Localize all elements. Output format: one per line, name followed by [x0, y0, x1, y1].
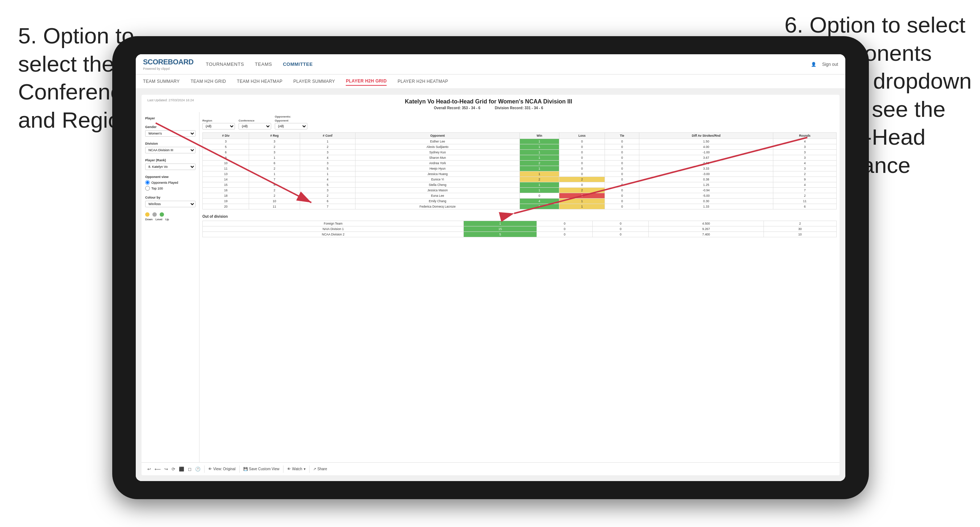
- left-panel: Player Gender Women's Division NCAA Divi…: [142, 112, 199, 462]
- main-content: Last Updated: 27/03/2024 16:24 Katelyn V…: [136, 89, 845, 481]
- sub-nav-team-h2h-heatmap[interactable]: TEAM H2H HEATMAP: [237, 78, 282, 85]
- filter-opponent-label: Opponent: [275, 119, 307, 122]
- out-of-division-row: Foreign Team 1 0 0 4.500 2: [203, 221, 837, 226]
- player-rank-select[interactable]: 8. Katelyn Vo: [145, 163, 196, 170]
- sub-nav-team-summary[interactable]: TEAM SUMMARY: [143, 78, 180, 85]
- region-select[interactable]: (All): [202, 123, 235, 130]
- th-diff: Diff Av Strokes/Rnd: [640, 133, 773, 139]
- out-of-division-table: Foreign Team 1 0 0 4.500 2 NAIA Division…: [202, 221, 837, 237]
- sub-nav-player-summary[interactable]: PLAYER SUMMARY: [293, 78, 335, 85]
- filter-region: Region (All): [202, 119, 235, 130]
- conference-select[interactable]: (All): [239, 123, 271, 130]
- share-button[interactable]: ↗ Share: [313, 467, 327, 471]
- th-conf: # Conf: [300, 133, 355, 139]
- save-icon: 💾: [243, 467, 248, 471]
- legend-level-label: Level: [155, 218, 162, 221]
- eye-icon: 👁: [208, 467, 212, 471]
- legend-up-circle: [160, 212, 164, 217]
- toolbar-separator-4: [309, 465, 310, 473]
- tablet-screen: SCOREBOARD Powered by clippd TOURNAMENTS…: [136, 54, 845, 481]
- th-reg: # Reg: [249, 133, 300, 139]
- app-logo: SCOREBOARD: [143, 58, 193, 66]
- table-row: 9 1 4 Sharon Mun 1 0 0 3.67 3: [203, 155, 837, 160]
- toolbar-separator-1: [204, 465, 205, 473]
- legend-up-label: Up: [165, 218, 169, 221]
- table-row: 11 2 5 Heejo Hyun 1 0 0 3.33 3: [203, 166, 837, 171]
- redo-button[interactable]: ↪: [164, 467, 168, 471]
- paste-button[interactable]: ◻: [188, 467, 191, 471]
- sub-nav-player-h2h-grid[interactable]: PLAYER H2H GRID: [346, 77, 387, 86]
- nav-teams[interactable]: TEAMS: [255, 60, 272, 68]
- table-row: 14 7 4 Eunice Yi 2 2 0 0.38 9: [203, 177, 837, 182]
- colour-by-label: Colour by: [145, 196, 196, 199]
- nav-tournaments[interactable]: TOURNAMENTS: [206, 60, 244, 68]
- division-select[interactable]: NCAA Division III: [145, 147, 196, 153]
- opponent-view-label: Opponent view: [145, 175, 196, 179]
- th-win: Win: [520, 133, 559, 139]
- table-row: 6 3 3 Sydney Kuo 1 0 0 -1.00 3: [203, 150, 837, 155]
- table-row: 5 2 2 Alexis Sudjianto 1 0 0 4.00 3: [203, 144, 837, 150]
- refresh-button[interactable]: ⟳: [172, 467, 175, 471]
- report-records: Overall Record: 353 - 34 - 6 Division Re…: [405, 106, 572, 110]
- out-of-division-title: Out of division: [202, 214, 837, 219]
- table-header-row: # Div # Reg # Conf Opponent Win Loss Tie…: [203, 133, 837, 139]
- opponent-view-section: Opponent view Opponents Played Top 100: [145, 175, 196, 190]
- sub-nav-team-h2h-grid[interactable]: TEAM H2H GRID: [191, 78, 226, 85]
- colour-by-section: Colour by Win/loss: [145, 196, 196, 207]
- report-header: Last Updated: 27/03/2024 16:24 Katelyn V…: [142, 95, 840, 112]
- toolbar-separator-2: [239, 465, 240, 473]
- colour-by-select[interactable]: Win/loss: [145, 201, 196, 207]
- division-section: Division NCAA Division III: [145, 142, 196, 153]
- share-icon: ↗: [313, 467, 316, 471]
- bottom-toolbar: ↩ ⟵ ↪ ⟳ ⬛ ◻ 🕐 👁 View: Original 💾 S: [142, 462, 840, 475]
- filter-conference-label: Conference: [239, 119, 271, 122]
- copy-button[interactable]: ⬛: [179, 467, 184, 471]
- sign-out-link[interactable]: Sign out: [822, 62, 838, 67]
- out-of-division-row: NAIA Division 1 15 0 0 9.267 30: [203, 226, 837, 232]
- table-row: 3 3 1 Esther Lee 1 0 0 1.50 4: [203, 139, 837, 144]
- h2h-table: # Div # Reg # Conf Opponent Win Loss Tie…: [202, 132, 837, 210]
- report-body: Player Gender Women's Division NCAA Divi…: [142, 112, 840, 462]
- user-icon: 👤: [811, 62, 816, 67]
- table-row: 19 10 6 Emily Chang 4 1 0 0.30 11: [203, 198, 837, 204]
- opponent-select[interactable]: (All): [275, 123, 307, 130]
- player-rank-label: Player (Rank): [145, 159, 196, 162]
- save-custom-button[interactable]: 💾 Save Custom View: [243, 467, 280, 471]
- watch-button[interactable]: 👁 Watch ▾: [287, 467, 305, 471]
- radio-top-100[interactable]: Top 100: [145, 186, 196, 190]
- gender-select[interactable]: Women's: [145, 130, 196, 137]
- grid-area: Region (All) Conference (All): [199, 112, 840, 462]
- tablet-frame: SCOREBOARD Powered by clippd TOURNAMENTS…: [112, 36, 869, 499]
- th-tie: Tie: [605, 133, 640, 139]
- legend-row: [145, 212, 196, 217]
- opponents-label: Opponents:: [275, 115, 291, 118]
- legend-down-circle: [145, 212, 150, 217]
- filter-row: Region (All) Conference (All): [202, 115, 837, 130]
- table-row: 18 2 2 Euna Lee 0 3 0 -5.00 2: [203, 193, 837, 198]
- watch-icon: 👁: [287, 467, 291, 471]
- nav-right: 👤 Sign out: [811, 62, 838, 67]
- sub-nav-player-h2h-heatmap[interactable]: PLAYER H2H HEATMAP: [398, 78, 448, 85]
- out-of-division: Out of division Foreign Team 1 0 0 4.500…: [202, 214, 837, 237]
- th-opponent: Opponent: [355, 133, 520, 139]
- player-rank-section: Player (Rank) 8. Katelyn Vo: [145, 159, 196, 170]
- table-row: 15 8 5 Stella Cheng 1 0 0 1.25 4: [203, 182, 837, 188]
- undo-button[interactable]: ↩: [147, 467, 151, 471]
- th-div: # Div: [203, 133, 249, 139]
- table-row: 10 6 3 Andrea York 2 0 0 4.00 4: [203, 160, 837, 166]
- view-original-button[interactable]: 👁 View: Original: [208, 467, 235, 471]
- logo-subtitle: Powered by clippd: [143, 67, 195, 70]
- sub-nav: TEAM SUMMARY TEAM H2H GRID TEAM H2H HEAT…: [136, 75, 845, 89]
- redo-step-back[interactable]: ⟵: [154, 467, 161, 471]
- gender-section: Gender Women's: [145, 125, 196, 137]
- overall-record-label: Overall Record: 353 - 34 - 6: [434, 106, 480, 110]
- last-updated: Last Updated: 27/03/2024 16:24: [147, 98, 194, 102]
- out-of-division-row: NCAA Division 2 5 0 0 7.400 10: [203, 232, 837, 237]
- nav-committee[interactable]: COMMITTEE: [283, 60, 313, 68]
- division-label: Division: [145, 142, 196, 145]
- radio-opponents-played[interactable]: Opponents Played: [145, 180, 196, 185]
- filter-opponents: Opponents: Opponent (All): [275, 115, 307, 130]
- division-record-label: Division Record: 331 - 34 - 6: [495, 106, 543, 110]
- toolbar-separator-3: [283, 465, 283, 473]
- th-rounds: Rounds: [773, 133, 837, 139]
